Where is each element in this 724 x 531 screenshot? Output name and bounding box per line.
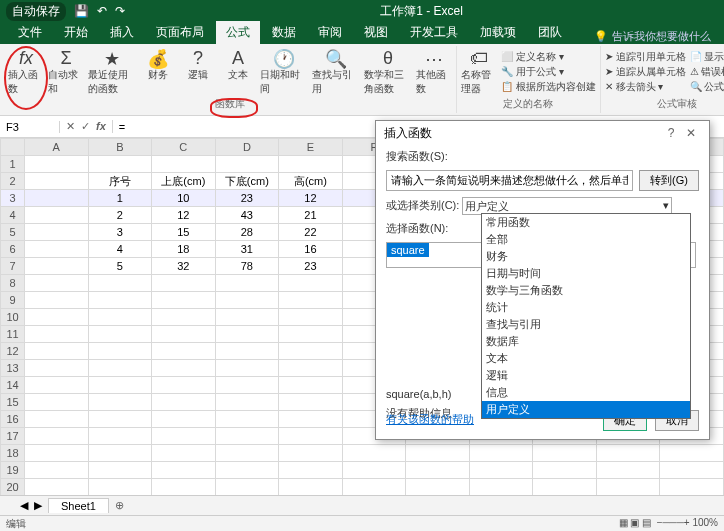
dropdown-item[interactable]: 日期与时间 [482,265,690,282]
cell[interactable] [152,394,216,411]
cell[interactable] [152,445,216,462]
cell[interactable] [215,292,279,309]
tab-file[interactable]: 文件 [8,21,52,44]
cell[interactable] [279,360,343,377]
cell[interactable]: 43 [215,207,279,224]
cell[interactable]: 5 [88,258,152,275]
cell[interactable]: 23 [215,190,279,207]
cell[interactable] [88,326,152,343]
text-button[interactable]: A文本 [220,48,256,82]
redo-icon[interactable]: ↷ [115,4,125,18]
cell[interactable] [152,292,216,309]
insert-function-button[interactable]: fx插入函数 [8,48,44,96]
tell-me[interactable]: 💡 告诉我你想要做什么 [594,29,711,44]
row-header[interactable]: 19 [1,462,25,479]
cell[interactable]: 上底(cm) [152,173,216,190]
dropdown-item[interactable]: 文本 [482,350,690,367]
cell[interactable] [152,411,216,428]
cell[interactable]: 3 [88,224,152,241]
trace-dependents-button[interactable]: ➤ 追踪从属单元格 [605,65,686,79]
cell[interactable]: 10 [152,190,216,207]
cell[interactable] [215,309,279,326]
zoom-in-icon[interactable]: + [684,517,690,530]
cell[interactable] [88,479,152,496]
cell[interactable] [88,343,152,360]
cell[interactable] [88,462,152,479]
remove-arrows-button[interactable]: ✕ 移去箭头 ▾ [605,80,686,94]
cell[interactable] [533,462,597,479]
zoom-level[interactable]: 100% [692,517,718,530]
row-header[interactable]: 15 [1,394,25,411]
dropdown-item[interactable]: 查找与引用 [482,316,690,333]
cell[interactable] [596,479,660,496]
cell[interactable] [279,445,343,462]
cell[interactable] [88,428,152,445]
cell[interactable] [25,326,89,343]
row-header[interactable]: 2 [1,173,25,190]
cell[interactable] [279,343,343,360]
cell[interactable] [406,462,470,479]
cell[interactable] [215,428,279,445]
goto-button[interactable]: 转到(G) [639,170,699,191]
cancel-icon[interactable]: ✕ [66,120,75,133]
col-header[interactable]: C [152,139,216,156]
row-header[interactable]: 16 [1,411,25,428]
cell[interactable] [25,428,89,445]
cell[interactable] [25,190,89,207]
sheet-tab[interactable]: Sheet1 [48,498,109,513]
search-input[interactable] [386,170,633,191]
cell[interactable] [533,445,597,462]
cell[interactable] [342,462,406,479]
cell[interactable] [25,309,89,326]
dropdown-item[interactable]: 数据库 [482,333,690,350]
cell[interactable] [25,394,89,411]
cell[interactable] [152,156,216,173]
cell[interactable]: 22 [279,224,343,241]
cell[interactable] [25,479,89,496]
cell[interactable] [88,445,152,462]
col-header[interactable]: D [215,139,279,156]
cell[interactable] [279,309,343,326]
recent-func-button[interactable]: ★最近使用的函数 [88,48,136,96]
use-in-formula-button[interactable]: 🔧 用于公式 ▾ [501,65,596,79]
cell[interactable] [152,377,216,394]
cell[interactable] [215,326,279,343]
row-header[interactable]: 8 [1,275,25,292]
cell[interactable] [152,462,216,479]
cell[interactable]: 31 [215,241,279,258]
cell[interactable] [596,462,660,479]
cell[interactable] [25,343,89,360]
cell[interactable] [88,309,152,326]
cell[interactable] [25,156,89,173]
dropdown-item[interactable]: 统计 [482,299,690,316]
cell[interactable] [152,326,216,343]
cell[interactable] [279,275,343,292]
cell[interactable] [660,462,724,479]
row-header[interactable]: 12 [1,343,25,360]
dropdown-item[interactable]: 全部 [482,231,690,248]
cell[interactable] [660,479,724,496]
cell[interactable]: 18 [152,241,216,258]
cell[interactable] [88,377,152,394]
cell[interactable] [25,224,89,241]
cell[interactable] [25,377,89,394]
datetime-button[interactable]: 🕐日期和时间 [260,48,308,96]
cell[interactable] [88,394,152,411]
autosave-toggle[interactable]: 自动保存 [6,2,66,21]
view-layout-icon[interactable]: ▣ [630,517,639,530]
cell[interactable]: 2 [88,207,152,224]
function-list-item[interactable]: square [387,243,429,257]
cell[interactable] [152,275,216,292]
row-header[interactable]: 11 [1,326,25,343]
cell[interactable] [279,292,343,309]
cell[interactable]: 12 [279,190,343,207]
cell[interactable]: 16 [279,241,343,258]
row-header[interactable]: 10 [1,309,25,326]
dropdown-item[interactable]: 财务 [482,248,690,265]
cell[interactable] [215,462,279,479]
tab-addins[interactable]: 加载项 [470,21,526,44]
cell[interactable] [215,156,279,173]
autosum-button[interactable]: Σ自动求和 [48,48,84,96]
cell[interactable] [152,360,216,377]
cell[interactable] [25,241,89,258]
